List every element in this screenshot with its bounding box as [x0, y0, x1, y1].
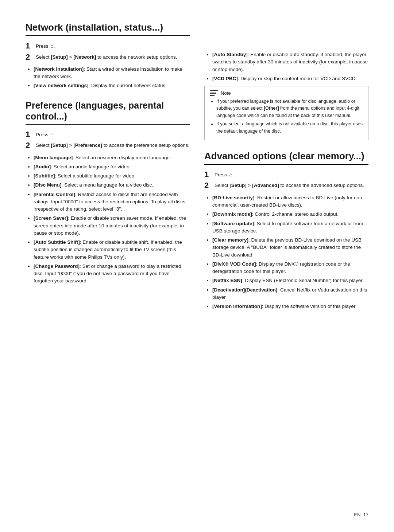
network-step2: 2 Select [Setup] > [Network] to access t…	[26, 52, 190, 62]
note-item-1: If your preferred language is not availa…	[216, 98, 363, 119]
step-num-1: 1	[26, 41, 36, 51]
preference-step1-text: Press ⌂.	[36, 130, 55, 138]
adv-advanced-bold: [Advanced]	[252, 183, 279, 188]
bullet-netflix-esn: [Netflix ESN]: Display ESN (Electronic S…	[212, 277, 368, 284]
bullet-clear-memory: [Clear memory]: Delete the previous BD-L…	[212, 236, 368, 259]
bullet-software-update: [Software update]: Select to update soft…	[212, 220, 368, 235]
pref-step-num-2: 2	[26, 141, 36, 150]
advanced-step2-text: Select [Setup] > [Advanced] to access th…	[215, 181, 364, 189]
bullet-screen-saver: [Screen Saver]: Enable or disable screen…	[34, 215, 190, 237]
note-box: Note If your preferred language is not a…	[204, 86, 368, 140]
home-icon-3: ⌂	[229, 171, 232, 179]
bullet-auto-subtitle-shift: [Auto Subtitle Shift]: Enable or disable…	[34, 239, 190, 261]
adv-setup-bold: [Setup]	[229, 183, 247, 188]
adv-step-num-2: 2	[204, 181, 215, 190]
footer-page: 17	[363, 512, 368, 517]
preference-step1: 1 Press ⌂.	[26, 130, 190, 139]
page-layout: Network (installation, status...) 1 Pres…	[26, 22, 368, 320]
bullet-downmix-mode: [Downmix mode]: Control 2-channel stereo…	[212, 211, 368, 218]
network-bullets: [Network installation]: Start a wired or…	[26, 66, 190, 90]
page-footer: EN 17	[354, 512, 368, 517]
network-section: Network (installation, status...) 1 Pres…	[26, 22, 190, 90]
advanced-section: Advanced options (clear memory...) 1 Pre…	[204, 150, 368, 310]
right-top-bullets: [Auto Standby]: Enable or disable auto s…	[204, 51, 368, 82]
bullet-bd-live-security: [BD-Live security]: Restrict or allow ac…	[212, 194, 368, 209]
bullet-disc-menu: [Disc Menu]: Select a menu language for …	[34, 181, 190, 189]
bullet-menu-language: [Menu language]: Select an onscreen disp…	[34, 154, 190, 161]
step-num-2: 2	[26, 52, 36, 62]
bullet-network-installation: [Network installation]: Start a wired or…	[34, 66, 190, 81]
advanced-steps: 1 Press ⌂. 2 Select [Setup] > [Advanced]…	[204, 170, 368, 191]
note-label: Note	[221, 90, 231, 96]
note-header: Note	[210, 90, 363, 96]
pref-setup-bold: [Setup]	[51, 142, 68, 148]
bullet-divx-vod-code: [DivX® VOD Code]: Display the DivX® regi…	[212, 261, 368, 275]
advanced-bullets: [BD-Live security]: Restrict or allow ac…	[204, 194, 368, 310]
note-list: If your preferred language is not availa…	[210, 98, 363, 135]
bullet-auto-standby: [Auto Standby]: Enable or disable auto s…	[212, 51, 368, 73]
footer-lang: EN	[354, 512, 360, 517]
network-title: Network (installation, status...)	[26, 22, 190, 36]
network-step1: 1 Press ⌂.	[26, 41, 190, 51]
bullet-vcd-pbc: [VCD PBC]: Display or skip the content m…	[212, 75, 368, 82]
preference-step2: 2 Select [Setup] > [Preference] to acces…	[26, 141, 190, 150]
bullet-deactivation: [Deactivation](Deactivation): Cancel Net…	[212, 286, 368, 301]
pref-step-num-1: 1	[26, 130, 36, 139]
network-step1-text: Press ⌂.	[36, 41, 55, 50]
advanced-step1-text: Press ⌂.	[215, 170, 234, 179]
bullet-version-information: [Version information]: Display the softw…	[212, 303, 368, 310]
home-icon-1: ⌂	[50, 42, 53, 50]
bullet-subtitle: [Subtitle]: Select a subtitle language f…	[34, 172, 190, 180]
left-column: Network (installation, status...) 1 Pres…	[26, 22, 190, 320]
advanced-step1: 1 Press ⌂.	[204, 170, 368, 179]
bullet-change-password: [Change Password]: Set or change a passw…	[34, 263, 190, 285]
note-lines-icon	[210, 90, 218, 96]
advanced-step2: 2 Select [Setup] > [Advanced] to access …	[204, 181, 368, 190]
network-setup-bold: [Setup]	[51, 54, 68, 60]
bullet-view-network-settings: [View network settings]: Display the cur…	[34, 82, 190, 89]
preference-section: Preference (languages, parental control.…	[26, 100, 190, 285]
right-column: [Auto Standby]: Enable or disable auto s…	[204, 22, 368, 320]
network-network-bold: [Network]	[73, 54, 96, 60]
preference-steps: 1 Press ⌂. 2 Select [Setup] > [Preferenc…	[26, 130, 190, 150]
bullet-audio: [Audio]: Select an audio language for vi…	[34, 163, 190, 171]
network-steps: 1 Press ⌂. 2 Select [Setup] > [Network] …	[26, 41, 190, 62]
note-item-2: If you select a language which is not av…	[216, 121, 363, 135]
home-icon-2: ⌂	[50, 131, 53, 138]
preference-title: Preference (languages, parental control.…	[26, 100, 190, 125]
pref-preference-bold: [Preference]	[73, 142, 102, 148]
preference-bullets: [Menu language]: Select an onscreen disp…	[26, 154, 190, 285]
bullet-parental-control: [Parental Control]: Restrict access to d…	[34, 191, 190, 213]
advanced-title: Advanced options (clear memory...)	[204, 150, 368, 165]
network-step2-text: Select [Setup] > [Network] to access the…	[36, 52, 177, 61]
preference-step2-text: Select [Setup] > [Preference] to access …	[36, 141, 189, 149]
right-top-bullets-section: [Auto Standby]: Enable or disable auto s…	[204, 51, 368, 140]
adv-step-num-1: 1	[204, 170, 215, 179]
